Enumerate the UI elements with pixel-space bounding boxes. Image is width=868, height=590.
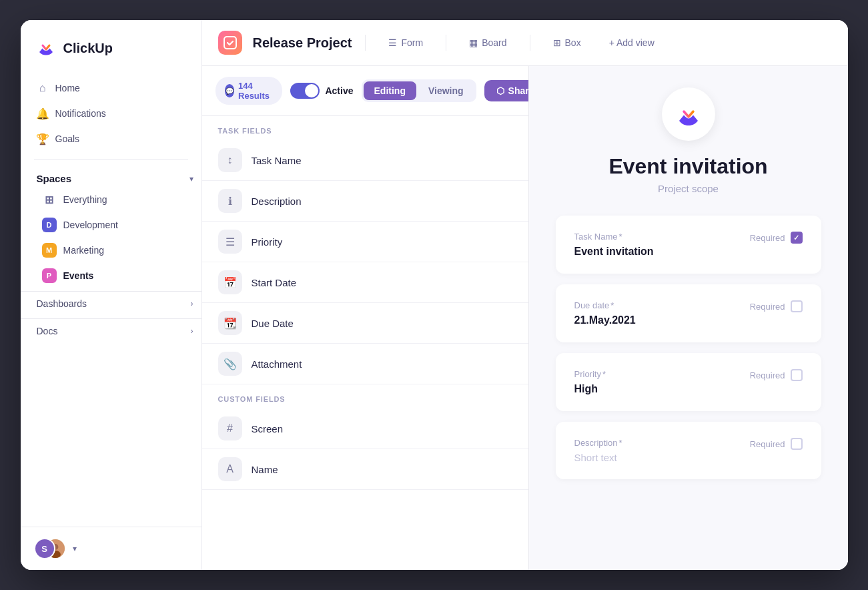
- docs-label: Docs: [37, 326, 58, 336]
- marketing-avatar: M: [42, 243, 57, 258]
- sidebar-footer[interactable]: S ▾: [21, 527, 201, 570]
- priority-icon: ☰: [218, 230, 242, 254]
- field-item-attachment[interactable]: 📎 Attachment: [202, 344, 528, 384]
- field-item-name[interactable]: A Name: [202, 449, 528, 490]
- logo-area[interactable]: ClickUp: [21, 36, 201, 76]
- field-item-priority[interactable]: ☰ Priority: [202, 222, 528, 262]
- field-item-start-date[interactable]: 📅 Start Date: [202, 262, 528, 303]
- bell-icon: 🔔: [37, 107, 49, 119]
- main-content: Release Project ☰ Form ▦ Board ⊞ Box + A…: [202, 20, 848, 570]
- form-preview: Event invitation Project scope Task Name…: [529, 66, 848, 570]
- avatar-group: S: [34, 538, 66, 559]
- due-date-required-checkbox[interactable]: [791, 300, 803, 312]
- sidebar-item-development[interactable]: D Development: [26, 212, 196, 238]
- tab-box-label: Box: [565, 37, 581, 48]
- spaces-section-header[interactable]: Spaces ▾: [21, 168, 201, 187]
- form-card-task-name: Task Name* Event invitation Required: [556, 216, 821, 274]
- sidebar-item-home[interactable]: ⌂ Home: [29, 76, 193, 100]
- docs-chevron-icon: ›: [191, 326, 193, 336]
- avatar-s: S: [34, 538, 55, 559]
- sidebar-item-notifications[interactable]: 🔔 Notifications: [29, 101, 193, 125]
- task-name-row: Task Name* Event invitation Required: [574, 232, 803, 258]
- field-item-due-date[interactable]: 📆 Due Date: [202, 303, 528, 344]
- toggle-active[interactable]: Active: [290, 83, 353, 99]
- field-item-screen[interactable]: # Screen: [202, 408, 528, 449]
- project-title: Release Project: [253, 35, 352, 51]
- attachment-icon: 📎: [218, 352, 242, 376]
- description-field-placeholder: Short text: [574, 452, 622, 463]
- priority-field-content: Priority* High: [574, 369, 606, 395]
- due-date-icon: 📆: [218, 311, 242, 335]
- description-required: Required: [750, 438, 803, 450]
- content-area: 💬 144 Results Active Editing Viewing: [202, 66, 848, 570]
- form-clickup-logo: [671, 97, 706, 131]
- development-avatar: D: [42, 218, 57, 232]
- results-bubble-icon: 💬: [225, 84, 235, 97]
- due-date-field-label: Due date*: [574, 300, 636, 310]
- form-logo-circle: [662, 87, 715, 141]
- field-item-task-name[interactable]: ↕ Task Name: [202, 140, 528, 181]
- start-date-icon: 📅: [218, 270, 242, 294]
- events-avatar: P: [42, 268, 57, 283]
- nav-items: ⌂ Home 🔔 Notifications 🏆 Goals: [21, 76, 201, 151]
- tab-board[interactable]: ▦ Board: [460, 33, 516, 52]
- description-icon: ℹ: [218, 189, 242, 213]
- due-date-field-value: 21.May.2021: [574, 314, 636, 326]
- toggle-knob: [305, 84, 318, 97]
- sidebar-item-goals[interactable]: 🏆 Goals: [29, 127, 193, 151]
- due-date-field-content: Due date* 21.May.2021: [574, 300, 636, 326]
- tab-form[interactable]: ☰ Form: [379, 33, 432, 52]
- description-required-checkbox[interactable]: [791, 438, 803, 450]
- board-tab-icon: ▦: [469, 37, 478, 48]
- field-attachment-label: Attachment: [252, 358, 302, 370]
- tab-form-label: Form: [401, 37, 423, 48]
- svg-rect-4: [224, 37, 236, 49]
- sidebar-item-events[interactable]: P Events: [26, 263, 196, 288]
- form-title: Event invitation: [608, 154, 767, 179]
- fields-panel: 💬 144 Results Active Editing Viewing: [202, 66, 529, 570]
- priority-field-label: Priority*: [574, 369, 606, 379]
- editing-viewing-group: Editing Viewing: [362, 79, 476, 102]
- tab-box[interactable]: ⊞ Box: [544, 33, 590, 52]
- clickup-logo-icon: [34, 36, 58, 60]
- task-name-field-content: Task Name* Event invitation: [574, 232, 654, 258]
- top-bar: Release Project ☰ Form ▦ Board ⊞ Box + A…: [202, 20, 848, 66]
- name-icon: A: [218, 457, 242, 481]
- tab-board-label: Board: [482, 37, 506, 48]
- due-date-required: Required: [750, 300, 803, 312]
- task-fields-label: TASK FIELDS: [202, 116, 528, 140]
- field-due-date-label: Due Date: [252, 318, 294, 329]
- share-icon: ⬡: [496, 85, 504, 96]
- description-field-content: Description* Short text: [574, 438, 622, 463]
- task-name-field-label: Task Name*: [574, 232, 654, 242]
- field-screen-label: Screen: [252, 423, 284, 434]
- sidebar-item-marketing[interactable]: M Marketing: [26, 238, 196, 263]
- description-row: Description* Short text Required: [574, 438, 803, 463]
- priority-row: Priority* High Required: [574, 369, 803, 395]
- custom-fields-label: CUSTOM FIELDS: [202, 384, 528, 408]
- sidebar-item-notifications-label: Notifications: [55, 108, 106, 119]
- topbar-divider-2: [446, 35, 446, 51]
- task-name-icon: ↕: [218, 148, 242, 172]
- share-button[interactable]: ⬡ Share: [484, 80, 529, 101]
- description-field-label: Description*: [574, 438, 622, 448]
- field-name-label: Name: [252, 464, 278, 475]
- toggle-switch[interactable]: [290, 83, 320, 99]
- form-card-description: Description* Short text Required: [556, 422, 821, 479]
- dashboards-section[interactable]: Dashboards ›: [21, 291, 201, 316]
- field-item-description[interactable]: ℹ Description: [202, 181, 528, 222]
- task-name-required-checkbox[interactable]: [791, 232, 803, 244]
- app-window: ClickUp ⌂ Home 🔔 Notifications 🏆 Goals S…: [21, 20, 848, 570]
- priority-required-checkbox[interactable]: [791, 369, 803, 381]
- viewing-button[interactable]: Viewing: [418, 81, 474, 100]
- docs-section[interactable]: Docs ›: [21, 318, 201, 343]
- dashboards-label: Dashboards: [37, 298, 87, 309]
- editing-button[interactable]: Editing: [364, 81, 416, 100]
- sidebar-item-everything[interactable]: ⊞ Everything: [26, 187, 196, 212]
- everything-icon: ⊞: [42, 192, 57, 207]
- results-badge[interactable]: 💬 144 Results: [215, 77, 283, 105]
- field-start-date-label: Start Date: [252, 277, 297, 288]
- add-view-button[interactable]: + Add view: [601, 33, 663, 52]
- form-tab-icon: ☰: [388, 37, 397, 48]
- spaces-title: Spaces: [37, 173, 72, 184]
